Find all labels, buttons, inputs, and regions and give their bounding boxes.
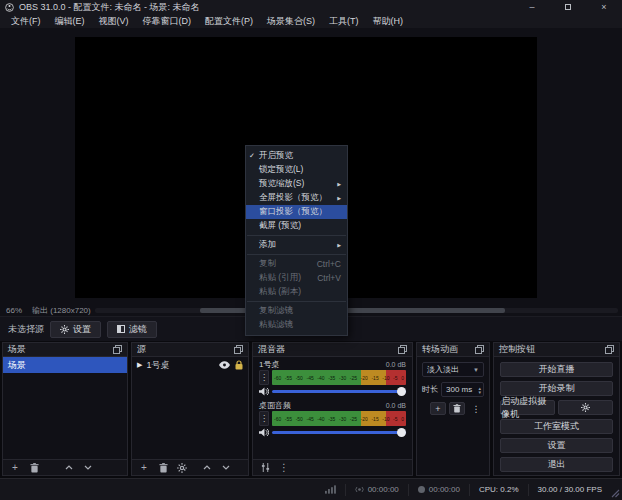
speaker-icon[interactable] <box>259 428 269 437</box>
network-status <box>316 484 345 496</box>
close-button[interactable]: × <box>599 2 609 12</box>
menu-item-preview-scaling[interactable]: 预览缩放(S) ▶ <box>246 177 347 191</box>
source-down-button[interactable] <box>220 462 232 474</box>
virtual-camera-config-button[interactable] <box>558 400 613 415</box>
transition-selected-value: 淡入淡出 <box>427 364 459 375</box>
duration-spinbox[interactable]: 300 ms ▴ ▾ <box>441 382 484 397</box>
popout-icon[interactable] <box>234 345 243 354</box>
mixer-channels: 1号桌 0.0 dB ⋮ -60-55-50-45-40-35-30-25-20… <box>253 357 412 459</box>
speaker-icon[interactable] <box>259 387 269 396</box>
add-scene-button[interactable]: + <box>9 462 21 474</box>
preview-zoom-level: 66% <box>6 306 22 315</box>
minimize-button[interactable]: – <box>527 2 537 12</box>
source-properties-gear-button[interactable] <box>176 462 188 474</box>
duration-value: 300 ms <box>446 385 472 394</box>
menu-item-copy: 复制 Ctrl+C <box>246 257 347 271</box>
spin-down-icon[interactable]: ▾ <box>478 390 481 394</box>
mixer-channel: 桌面音频 0.0 dB ⋮ -60-55-50-45-40-35-30-25-2… <box>259 400 406 438</box>
source-properties-button[interactable]: 设置 <box>50 321 101 338</box>
sources-panel-header: 源 <box>132 343 248 357</box>
channel-options-button[interactable]: ⋮ <box>259 370 269 385</box>
display-source-icon: ▶ <box>137 361 142 369</box>
menu-tools[interactable]: 工具(T) <box>322 15 366 28</box>
mixer-panel-header: 混音器 <box>253 343 412 357</box>
mixer-channel: 1号桌 0.0 dB ⋮ -60-55-50-45-40-35-30-25-20… <box>259 359 406 397</box>
exit-button[interactable]: 退出 <box>500 457 613 472</box>
submenu-arrow-icon: ▶ <box>337 242 341 248</box>
add-transition-button[interactable]: + <box>430 402 446 415</box>
scenes-toolbar: + <box>3 459 127 475</box>
source-filters-button[interactable]: 滤镜 <box>107 321 157 338</box>
scene-up-button[interactable] <box>63 462 75 474</box>
shortcut-label: Ctrl+C <box>317 259 341 269</box>
lock-icon[interactable] <box>235 360 243 370</box>
status-bar: 00:00:00 00:00:00 CPU: 0.2% 30.00 / 30.0… <box>0 478 622 500</box>
window-title: OBS 31.0.0 - 配置文件: 未命名 - 场景: 未命名 <box>19 1 200 14</box>
menu-edit[interactable]: 编辑(E) <box>48 15 92 28</box>
channel-name: 桌面音频 <box>259 400 291 411</box>
volume-meter: -60-55-50-45-40-35-30-25-20-15-10-50 <box>272 370 406 385</box>
scene-item[interactable]: 场景 <box>3 357 127 373</box>
mixer-options-kebab-button[interactable]: ⋮ <box>278 462 290 474</box>
studio-mode-button[interactable]: 工作室模式 <box>500 419 613 434</box>
menu-item-lock-preview[interactable]: 锁定预览(L) <box>246 163 347 177</box>
popout-icon[interactable] <box>605 345 614 354</box>
scenes-list: 场景 <box>3 357 127 459</box>
menu-item-screenshot-preview[interactable]: 截屏 (预览) <box>246 219 347 233</box>
scenes-panel: 场景 场景 + <box>2 342 128 476</box>
channel-options-button[interactable]: ⋮ <box>259 411 269 426</box>
cpu-usage: CPU: 0.2% <box>469 484 528 496</box>
start-virtual-camera-button[interactable]: 启动虚拟摄像机 <box>500 400 555 415</box>
stream-status-icon <box>355 485 364 494</box>
menu-docks[interactable]: 停靠窗口(D) <box>136 15 199 28</box>
menu-separator <box>247 235 346 236</box>
menu-scene-collection[interactable]: 场景集合(S) <box>260 15 322 28</box>
remove-scene-button[interactable] <box>28 462 40 474</box>
scene-down-button[interactable] <box>82 462 94 474</box>
settings-button[interactable]: 设置 <box>500 438 613 453</box>
start-streaming-button[interactable]: 开始直播 <box>500 362 613 377</box>
popout-icon[interactable] <box>113 345 122 354</box>
gear-icon <box>60 325 69 334</box>
source-up-button[interactable] <box>201 462 213 474</box>
menu-item-fullscreen-projector[interactable]: 全屏投影（预览） ▶ <box>246 191 347 205</box>
audio-mixer-panel: 混音器 1号桌 0.0 dB ⋮ -60-55-50-45-40-35-30-2… <box>252 342 413 476</box>
visibility-eye-icon[interactable] <box>219 361 230 369</box>
volume-meter: -60-55-50-45-40-35-30-25-20-15-10-50 <box>272 411 406 426</box>
menu-help[interactable]: 帮助(H) <box>366 15 411 28</box>
popout-icon[interactable] <box>475 345 484 354</box>
menu-item-add[interactable]: 添加 ▶ <box>246 238 347 252</box>
submenu-arrow-icon: ▶ <box>337 195 341 201</box>
duration-label: 时长 <box>422 384 438 395</box>
record-time: 00:00:00 <box>429 485 460 494</box>
menu-profile[interactable]: 配置文件(P) <box>198 15 260 28</box>
resize-grip[interactable] <box>611 489 620 498</box>
preview-output-resolution: 输出 (1280x720) <box>32 305 91 316</box>
source-item-label: 1号桌 <box>146 359 169 372</box>
popout-icon[interactable] <box>398 345 407 354</box>
add-source-button[interactable]: + <box>138 462 150 474</box>
menu-file[interactable]: 文件(F) <box>4 15 48 28</box>
remove-transition-button[interactable] <box>449 402 465 415</box>
remove-source-button[interactable] <box>157 462 169 474</box>
source-item[interactable]: ▶ 1号桌 <box>132 357 248 373</box>
record-timer: 00:00:00 <box>408 484 469 496</box>
transitions-panel-header: 转场动画 <box>417 343 489 357</box>
menu-item-windowed-projector[interactable]: 窗口投影（预览） <box>246 205 347 219</box>
source-properties-label: 设置 <box>73 323 91 336</box>
volume-slider[interactable] <box>272 431 406 434</box>
scene-transitions-panel: 转场动画 淡入淡出 ▼ 时长 300 ms ▴ ▾ + <box>416 342 490 476</box>
menu-view[interactable]: 视图(V) <box>92 15 136 28</box>
volume-slider[interactable] <box>272 390 406 393</box>
maximize-button[interactable] <box>563 2 573 12</box>
audio-settings-sliders-icon[interactable] <box>259 462 271 474</box>
volume-slider-handle[interactable] <box>397 387 406 396</box>
menu-bar: 文件(F) 编辑(E) 视图(V) 停靠窗口(D) 配置文件(P) 场景集合(S… <box>0 14 622 28</box>
volume-slider-handle[interactable] <box>397 428 406 437</box>
menu-item-paste-filters: 粘贴滤镜 <box>246 318 347 332</box>
menu-item-paste-duplicate: 粘贴 (副本) <box>246 285 347 299</box>
maximize-icon <box>565 4 571 10</box>
transition-select[interactable]: 淡入淡出 ▼ <box>422 362 484 377</box>
menu-item-enable-preview[interactable]: ✓ 开启预览 <box>246 149 347 163</box>
transition-options-kebab-button[interactable]: ⋮ <box>468 402 484 415</box>
